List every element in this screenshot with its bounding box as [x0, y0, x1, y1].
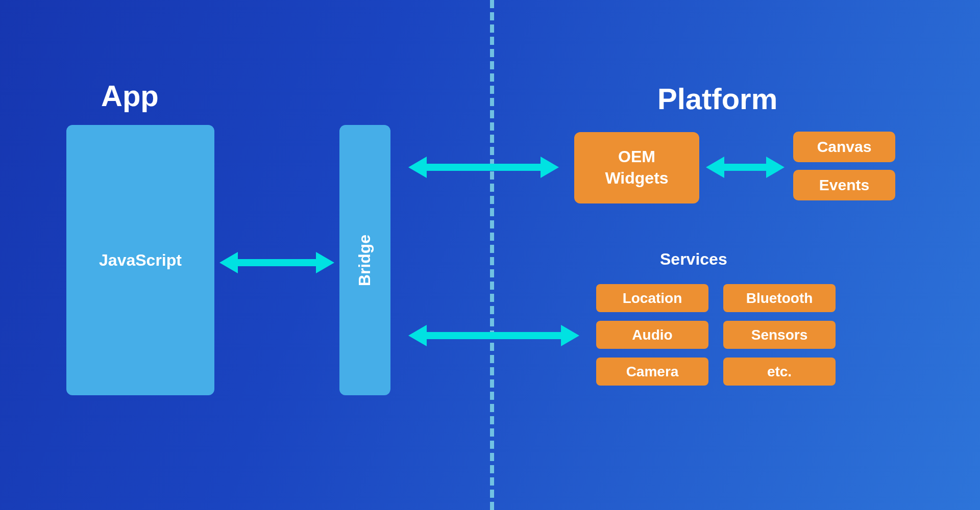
service-sensors-label: Sensors	[751, 327, 808, 343]
title-app: App	[101, 79, 159, 113]
svg-marker-7	[408, 325, 427, 346]
canvas-label: Canvas	[817, 138, 872, 156]
service-bluetooth-label: Bluetooth	[746, 290, 813, 307]
svg-marker-2	[316, 252, 334, 273]
services-heading: Services	[660, 250, 727, 269]
svg-marker-8	[561, 325, 579, 346]
oem-widgets-label: OEM Widgets	[605, 146, 668, 189]
bridge-box: Bridge	[339, 125, 390, 395]
bridge-label: Bridge	[356, 234, 375, 286]
service-bluetooth: Bluetooth	[723, 284, 836, 312]
svg-marker-1	[219, 252, 238, 273]
arrow-oem-canvas	[706, 155, 785, 180]
javascript-box: JavaScript	[66, 125, 214, 395]
events-label: Events	[819, 176, 869, 194]
javascript-label: JavaScript	[99, 251, 182, 270]
service-camera-label: Camera	[626, 364, 679, 380]
service-etc-label: etc.	[767, 364, 792, 380]
arrow-bridge-services	[408, 323, 579, 348]
svg-marker-10	[706, 157, 724, 178]
service-camera: Camera	[596, 358, 708, 386]
svg-marker-4	[408, 157, 427, 178]
title-platform: Platform	[657, 82, 777, 116]
service-sensors: Sensors	[723, 321, 836, 349]
service-audio-label: Audio	[632, 327, 672, 343]
service-audio: Audio	[596, 321, 708, 349]
arrow-js-bridge	[219, 250, 334, 275]
events-box: Events	[793, 170, 895, 200]
service-location-label: Location	[623, 290, 682, 307]
svg-marker-11	[766, 157, 785, 178]
service-etc: etc.	[723, 358, 836, 386]
svg-marker-5	[541, 157, 559, 178]
canvas-box: Canvas	[793, 132, 895, 162]
vertical-divider	[490, 0, 494, 510]
oem-widgets-box: OEM Widgets	[574, 132, 699, 203]
arrow-bridge-oem	[408, 155, 559, 180]
service-location: Location	[596, 284, 708, 312]
